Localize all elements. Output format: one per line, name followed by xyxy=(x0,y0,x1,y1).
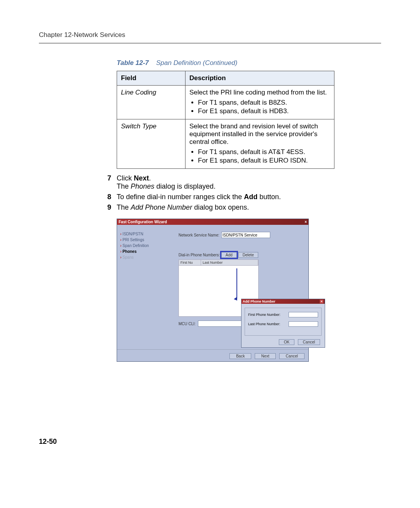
table-caption: Table 12-7 Span Definition (Continued) xyxy=(117,59,381,67)
s8-p1: Add xyxy=(244,193,257,201)
sidebar-item-pri[interactable]: PRI Settings xyxy=(120,238,171,242)
wizard-title-text: Fast Configuration Wizard xyxy=(119,220,167,224)
s7-p2: . xyxy=(149,174,151,182)
cell-switch-type-desc: Select the brand and revision level of s… xyxy=(186,119,334,169)
mcu-cli-input[interactable] xyxy=(198,321,243,327)
s9-p2: dialog box opens. xyxy=(192,203,249,211)
s9-p1: Add Phone Number xyxy=(131,203,192,211)
cell-line-coding-desc: Select the PRI line coding method from t… xyxy=(186,86,334,119)
switch-type-bullet-1: For T1 spans, default is AT&T 4ESS. xyxy=(198,148,330,156)
line-coding-bullet-1: For T1 spans, default is B8ZS. xyxy=(198,99,330,107)
first-phone-label: First Phone Number: xyxy=(248,313,280,317)
wizard-sidebar: ISDN/PSTN PRI Settings Span Definition P… xyxy=(117,225,174,349)
th-field: Field xyxy=(117,71,186,86)
switch-type-desc-text: Select the brand and revision level of s… xyxy=(189,123,318,145)
network-service-input[interactable] xyxy=(221,232,270,238)
last-phone-label: Last Phone Number: xyxy=(248,322,280,326)
table-caption-text: Span Definition (Continued) xyxy=(156,59,237,67)
s7-sub0: The xyxy=(117,182,131,190)
step-num-7: 7 xyxy=(101,174,111,191)
back-button[interactable]: Back xyxy=(229,353,251,359)
delete-button[interactable]: Delete xyxy=(238,252,258,258)
add-button[interactable]: Add xyxy=(221,252,237,258)
switch-type-bullet-2: For E1 spans, default is EURO ISDN. xyxy=(198,157,330,165)
s9-p0: The xyxy=(117,203,131,211)
s7-p0: Click xyxy=(117,174,134,182)
sidebar-item-spans: Spans xyxy=(120,255,171,259)
s7-sub1: Phones xyxy=(131,182,154,190)
cell-line-coding-field: Line Coding xyxy=(117,86,186,119)
step-num-8: 8 xyxy=(101,193,111,201)
sidebar-item-phones[interactable]: Phones xyxy=(120,249,171,254)
s8-p2: button. xyxy=(257,193,281,201)
add-phone-popup: Add Phone Number × First Phone Number: L… xyxy=(241,299,325,348)
popup-ok-button[interactable]: OK xyxy=(279,339,294,345)
add-popup-close-icon[interactable]: × xyxy=(320,300,324,303)
wizard-footer: Back Next Cancel xyxy=(117,349,308,361)
grid-col-first: First Nu xyxy=(179,260,201,265)
grid-col-last: Last Number xyxy=(201,260,258,265)
popup-cancel-button[interactable]: Cancel xyxy=(298,339,320,345)
callout-arrow xyxy=(236,268,237,299)
line-coding-desc-text: Select the PRI line coding method from t… xyxy=(189,89,327,96)
chapter-header: Chapter 12-Network Services xyxy=(39,31,381,39)
wizard-titlebar: Fast Configuration Wizard × xyxy=(117,219,308,225)
steps-list: 7 Click Next. The Phones dialog is displ… xyxy=(117,174,381,212)
mcu-cli-label: MCU CLI: xyxy=(178,322,198,326)
th-description: Description xyxy=(186,71,334,86)
s7-sub2: dialog is displayed. xyxy=(154,182,215,190)
span-definition-table: Field Description Line Coding Select the… xyxy=(117,71,334,169)
next-button[interactable]: Next xyxy=(255,353,276,359)
page-number: 12-50 xyxy=(39,438,57,446)
cell-switch-type-field: Switch Type xyxy=(117,119,186,169)
header-rule xyxy=(39,43,381,44)
add-popup-title-text: Add Phone Number xyxy=(243,300,275,303)
first-phone-input[interactable] xyxy=(289,312,318,317)
cancel-button[interactable]: Cancel xyxy=(279,353,304,359)
dial-in-label: Dial-in Phone Numbers: xyxy=(178,253,221,257)
line-coding-bullet-2: For E1 spans, default is HDB3. xyxy=(198,107,330,115)
sidebar-item-isdn[interactable]: ISDN/PSTN xyxy=(120,232,171,236)
sidebar-item-span[interactable]: Span Definition xyxy=(120,243,171,248)
wizard-screenshot: Fast Configuration Wizard × ISDN/PSTN PR… xyxy=(117,219,311,362)
s8-p0: To define dial-in number ranges click th… xyxy=(117,193,244,201)
table-caption-label: Table 12-7 xyxy=(117,59,149,67)
s7-p1: Next xyxy=(134,174,149,182)
step-num-9: 9 xyxy=(101,203,111,212)
grid-header: First Nu Last Number xyxy=(178,259,259,266)
last-phone-input[interactable] xyxy=(289,321,318,327)
network-service-label: Network Service Name: xyxy=(178,233,221,237)
wizard-close-icon[interactable]: × xyxy=(304,220,307,224)
